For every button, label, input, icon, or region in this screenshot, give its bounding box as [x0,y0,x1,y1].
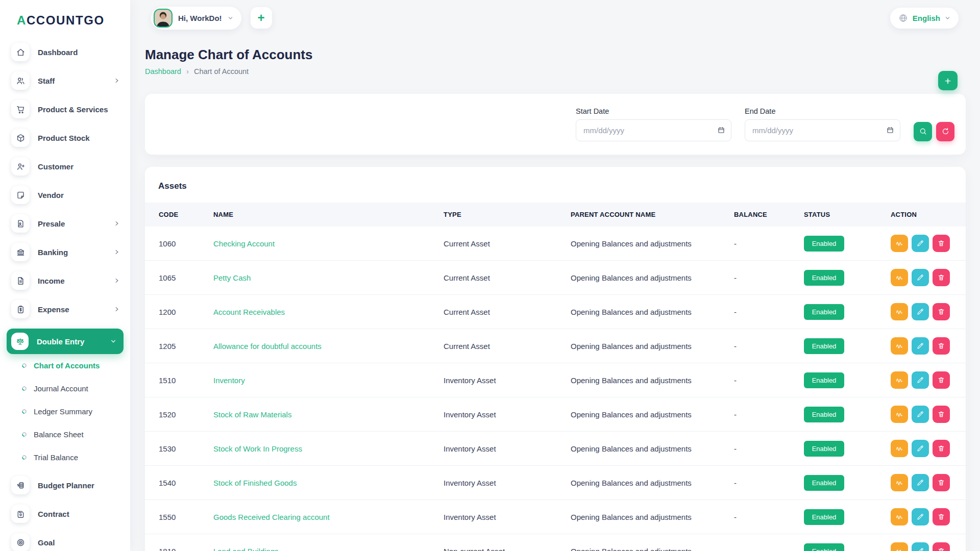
account-name-link[interactable]: Allowance for doubtful accounts [213,342,322,350]
cell-code: 1510 [145,363,213,397]
edit-button[interactable] [912,371,929,389]
activity-button[interactable] [891,269,908,286]
activity-button[interactable] [891,474,908,491]
cell-name: Checking Account [213,227,444,261]
brand-logo[interactable]: ACCOUNTGO [0,0,130,28]
cell-parent: Opening Balances and adjustments [571,329,734,363]
status-badge: Enabled [804,407,844,422]
edit-button[interactable] [912,440,929,457]
sidebar-subitem-journal-account[interactable]: Journal Account [22,384,130,393]
status-badge: Enabled [804,509,844,525]
activity-button[interactable] [891,508,908,525]
sidebar-subitem-ledger-summary[interactable]: Ledger Summary [22,407,130,416]
sidebar-item-expense[interactable]: Expense [11,300,123,318]
sidebar-item-product-services[interactable]: Product & Services [11,100,123,118]
end-date-input[interactable] [745,119,900,141]
cell-status: Enabled [804,432,891,466]
language-selector[interactable]: English [890,8,959,29]
sidebar-item-budget-planner[interactable]: Budget Planner [11,476,123,494]
edit-button[interactable] [912,508,929,525]
account-name-link[interactable]: Goods Received Clearing account [213,513,330,521]
delete-button[interactable] [933,337,950,355]
sidebar-item-banking[interactable]: Banking [11,243,123,261]
activity-button[interactable] [891,235,908,252]
col-type: TYPE [444,203,571,227]
edit-button[interactable] [912,337,929,355]
double-entry-submenu: Chart of Accounts Journal Account Ledger… [0,361,130,462]
quick-add-button[interactable]: + [251,7,272,29]
sidebar-item-product-stock[interactable]: Product Stock [11,129,123,147]
sidebar-item-goal[interactable]: Goal [11,533,123,551]
breadcrumb-current: Chart of Account [194,67,249,76]
account-name-link[interactable]: Inventory [213,376,245,385]
activity-button[interactable] [891,406,908,423]
edit-button[interactable] [912,542,929,551]
cell-action [891,261,966,295]
cell-type: Inventory Asset [444,466,571,500]
sidebar-item-customer[interactable]: Customer [11,157,123,176]
end-date-field: End Date [745,107,900,141]
start-date-input[interactable] [576,119,731,141]
sidebar-item-contract[interactable]: Contract [11,505,123,523]
edit-button[interactable] [912,474,929,491]
sidebar-item-double-entry[interactable]: Double Entry [7,329,124,354]
delete-button[interactable] [933,508,950,525]
add-account-button[interactable]: + [938,71,958,90]
delete-button[interactable] [933,235,950,252]
account-name-link[interactable]: Land and Buildings [213,547,279,551]
edit-button[interactable] [912,235,929,252]
delete-button[interactable] [933,303,950,320]
account-name-link[interactable]: Petty Cash [213,273,251,282]
sidebar-subitem-chart-of-accounts[interactable]: Chart of Accounts [22,361,130,370]
search-button[interactable] [914,122,932,141]
status-badge: Enabled [804,304,844,320]
edit-button[interactable] [912,303,929,320]
sidebar-subitem-trial-balance[interactable]: Trial Balance [22,453,130,462]
sidebar-item-income[interactable]: Income [11,271,123,290]
cell-type: Inventory Asset [444,397,571,432]
status-badge: Enabled [804,270,844,286]
breadcrumb: Dashboard › Chart of Account [145,67,966,76]
delete-button[interactable] [933,406,950,423]
sidebar-item-dashboard[interactable]: Dashboard [11,43,123,61]
cell-name: Petty Cash [213,261,444,295]
reset-button[interactable] [936,122,954,141]
account-name-link[interactable]: Stock of Raw Materials [213,410,291,419]
activity-icon [895,273,903,282]
account-name-link[interactable]: Stock of Finished Goods [213,479,297,487]
delete-button[interactable] [933,371,950,389]
cell-parent: Opening Balances and adjustments [571,397,734,432]
bullet-icon [21,454,28,461]
sidebar-subitem-balance-sheet[interactable]: Balance Sheet [22,430,130,439]
cell-name: Land and Buildings [213,534,444,551]
user-greeting: Hi, WorkDo! [178,14,222,22]
activity-button[interactable] [891,303,908,320]
activity-button[interactable] [891,440,908,457]
edit-icon [916,342,924,350]
activity-button[interactable] [891,371,908,389]
activity-button[interactable] [891,337,908,355]
cell-name: Inventory [213,363,444,397]
trash-icon [937,273,945,282]
delete-button[interactable] [933,269,950,286]
edit-icon [916,444,924,453]
account-name-link[interactable]: Stock of Work In Progress [213,444,302,453]
account-name-link[interactable]: Account Receivables [213,308,285,316]
activity-button[interactable] [891,542,908,551]
table-row: 1810 Land and Buildings Non-current Asse… [145,534,966,551]
sidebar-item-presale[interactable]: Presale [11,214,123,233]
refresh-icon [941,127,950,136]
account-name-link[interactable]: Checking Account [213,239,275,248]
user-menu[interactable]: Hi, WorkDo! [151,7,241,30]
table-row: 1200 Account Receivables Current Asset O… [145,295,966,329]
breadcrumb-dashboard-link[interactable]: Dashboard [145,67,181,76]
sidebar-item-vendor[interactable]: Vendor [11,186,123,204]
delete-button[interactable] [933,440,950,457]
sidebar-item-staff[interactable]: Staff [11,71,123,90]
delete-button[interactable] [933,542,950,551]
delete-button[interactable] [933,474,950,491]
edit-button[interactable] [912,269,929,286]
table-row: 1205 Allowance for doubtful accounts Cur… [145,329,966,363]
edit-button[interactable] [912,406,929,423]
col-balance: BALANCE [734,203,804,227]
